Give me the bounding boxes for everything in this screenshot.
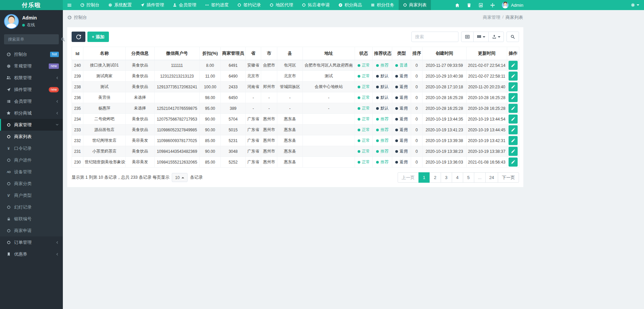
edit-button[interactable] (509, 136, 518, 145)
breadcrumb-current: 商家列表 (506, 14, 523, 20)
cell-id: 233 (72, 125, 83, 135)
sidebar-item-商家分类[interactable]: 商家分类 (0, 178, 63, 189)
cell-sort: 0 (411, 114, 422, 125)
sidebar-item-控制台[interactable]: 控制台hot (0, 48, 63, 60)
prev-page-button[interactable]: 上一页 (398, 172, 419, 183)
column-header-更新时间: 更新时间 (467, 47, 507, 60)
page-button-24[interactable]: 24 (485, 172, 498, 183)
sidebar-item-幻灯记录[interactable]: 幻灯记录 (0, 201, 63, 213)
top-menu-item-积分任务[interactable]: 积分任务 (366, 0, 399, 10)
status-badge: 正常 (358, 116, 370, 122)
export-dropdown-button[interactable] (488, 32, 504, 42)
home-button[interactable] (451, 0, 463, 10)
breadcrumb: 商家管理 / 商家列表 (483, 14, 523, 20)
trash-button[interactable] (463, 0, 475, 10)
cell-address: 测试 (303, 71, 355, 82)
fullscreen-button[interactable] (487, 0, 498, 10)
search-toggle-button[interactable] (507, 32, 519, 42)
edit-button[interactable] (509, 72, 518, 81)
sidebar-item-会员管理[interactable]: 会员管理 (0, 95, 63, 107)
sidebar-item-商家列表[interactable]: 商家列表 (0, 131, 63, 142)
sidebar-item-商家申请[interactable]: 商家申请 (0, 225, 63, 236)
status-badge: 返佣 (395, 148, 408, 154)
avatar (502, 2, 509, 8)
top-menu-item-签约进度[interactable]: 签约进度 (201, 0, 233, 10)
sidebar-item-权限管理[interactable]: 权限管理 (0, 72, 63, 84)
status-badge: 正常 (358, 84, 370, 90)
sidebar-item-商家管理[interactable]: 商家管理 (0, 119, 63, 131)
cell-county: 包河区 (277, 60, 303, 71)
page-button-4[interactable]: 4 (452, 172, 463, 183)
sidebar-item-插件管理[interactable]: 插件管理new (0, 84, 63, 95)
edit-button[interactable] (509, 82, 518, 91)
top-menu-item-会员管理[interactable]: 会员管理 (168, 0, 201, 10)
cell-province: - (246, 92, 261, 103)
page-title: 控制台 (68, 14, 87, 20)
status-dot-icon (395, 161, 398, 164)
cell-province: 广东省 (246, 114, 261, 125)
top-menu-item-拓店者申请[interactable]: 拓店者申请 (297, 0, 334, 10)
page-button-2[interactable]: 2 (430, 172, 441, 183)
edit-button[interactable] (509, 61, 518, 70)
page-size-dropdown[interactable]: 10 (172, 173, 188, 182)
status-badge: 返佣 (395, 127, 408, 133)
refresh-button[interactable] (72, 32, 85, 42)
top-menu-item-积分商品[interactable]: P积分商品 (334, 0, 366, 10)
status-badge: 推荐 (376, 148, 389, 154)
cell-name: 世纪陆壹捌美妆形象设计店 (83, 157, 126, 168)
page-button-5[interactable]: 5 (463, 172, 474, 183)
top-menu-item-签约记录[interactable]: 签约记录 (233, 0, 265, 10)
edit-button[interactable] (509, 104, 518, 113)
cell-id: 240 (72, 60, 83, 71)
column-header-类型: 类型 (392, 47, 411, 60)
user-menu[interactable]: Admin (498, 2, 527, 8)
edit-button[interactable] (509, 147, 518, 156)
settings-dropdown[interactable] (631, 3, 639, 7)
sidebar-item-口令记录[interactable]: ¥口令记录 (0, 142, 63, 154)
sidebar-toggle-button[interactable] (63, 0, 76, 10)
table-toolbar: + 添加 (72, 32, 519, 42)
top-menu-item-插件管理[interactable]: 插件管理 (136, 0, 168, 10)
sidebar-item-订单管理[interactable]: 订单管理 (0, 236, 63, 248)
cell-created: 2020-10-19 13:36:03 (422, 157, 467, 168)
menu-search-input[interactable] (7, 37, 61, 42)
table-search-input[interactable] (411, 32, 458, 42)
circle-icon (6, 135, 11, 139)
gauge-icon (6, 52, 11, 56)
edit-button[interactable] (509, 93, 518, 102)
sidebar-item-常规管理[interactable]: 常规管理new (0, 60, 63, 72)
top-menu-item-系统配置[interactable]: 系统配置 (104, 0, 136, 10)
cell-city: 郑州市 (261, 82, 277, 92)
status-dot-icon (358, 139, 360, 142)
report-button[interactable] (475, 0, 487, 10)
column-header-分类信息: 分类信息 (126, 47, 155, 60)
sidebar-item-银联编号[interactable]: 银联编号 (0, 213, 63, 225)
detail-view-button[interactable] (461, 32, 474, 42)
sidebar-item-优惠券[interactable]: 优惠券 (0, 248, 63, 260)
sidebar-item-积分商城[interactable]: 积分商城 (0, 107, 63, 119)
sidebar-item-商户类型[interactable]: V商户类型 (0, 189, 63, 201)
columns-dropdown-button[interactable] (473, 32, 489, 42)
edit-button[interactable] (509, 125, 518, 134)
status-dot-icon (395, 139, 398, 142)
top-menu-item-商家列表[interactable]: 商家列表 (399, 0, 431, 10)
cell-province: 广东省 (246, 146, 261, 157)
status-badge: 推荐 (376, 116, 389, 122)
cell-address: - (303, 103, 355, 114)
breadcrumb-parent[interactable]: 商家管理 (483, 14, 500, 20)
cell-status: 正常 (355, 114, 373, 125)
cell-status: 正常 (355, 103, 373, 114)
edit-button[interactable] (509, 158, 518, 167)
page-button-3[interactable]: 3 (441, 172, 452, 183)
page-button-1[interactable]: 1 (418, 172, 430, 183)
top-menu-item-控制台[interactable]: 控制台 (76, 0, 104, 10)
gear-icon (108, 3, 112, 7)
status-dot-icon (376, 118, 379, 121)
add-button[interactable]: + 添加 (87, 32, 109, 42)
status-badge: 返佣 (395, 73, 408, 79)
sidebar-item-商户进件[interactable]: 商户进件 (0, 154, 63, 166)
next-page-button[interactable]: 下一页 (498, 172, 519, 183)
sidebar-item-设备管理[interactable]: AD设备管理 (0, 166, 63, 178)
edit-button[interactable] (509, 115, 518, 124)
top-menu-item-地区代理[interactable]: 地区代理 (265, 0, 297, 10)
